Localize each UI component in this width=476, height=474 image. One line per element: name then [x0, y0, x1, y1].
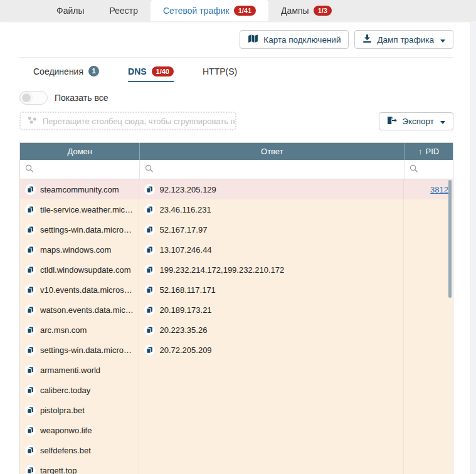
subtab-badge: 1/40 [152, 66, 174, 76]
copy-icon[interactable] [25, 265, 36, 275]
copy-icon[interactable] [25, 365, 36, 376]
answer-text: 52.168.117.171 [159, 285, 215, 295]
tab-label: Сетевой трафик [163, 6, 230, 16]
connection-map-button[interactable]: Карта подключений [240, 30, 349, 49]
copy-icon[interactable] [25, 305, 36, 315]
table-row[interactable]: settings-win.data.micro…52.167.17.97 [20, 219, 453, 240]
tab-network-traffic[interactable]: Сетевой трафик1/41 [151, 0, 268, 21]
copy-icon[interactable] [25, 385, 36, 396]
actions-row: Карта подключений Дамп трафика [19, 21, 453, 58]
page-scrollbar-track[interactable] [470, 23, 476, 474]
answer-cell: 52.168.117.171 [139, 280, 404, 300]
domain-cell: watson.events.data.mic… [20, 300, 139, 320]
answer-text: 23.46.116.231 [159, 205, 211, 214]
subtab-label: DNS [128, 66, 147, 76]
column-header-domain[interactable]: Домен [20, 143, 139, 160]
copy-icon[interactable] [25, 245, 36, 255]
filter-domain-input[interactable] [20, 160, 139, 179]
main-tabs: ФайлыРеестрСетевой трафик1/41Дампы1/3 [0, 0, 476, 21]
filter-pid-input[interactable] [404, 160, 453, 179]
copy-icon[interactable] [25, 224, 36, 235]
copy-icon[interactable] [25, 345, 36, 356]
answer-cell: 20.223.35.26 [139, 320, 404, 340]
copy-icon[interactable] [144, 305, 155, 315]
tab-dumps[interactable]: Дампы1/3 [268, 0, 344, 21]
group-dropzone[interactable]: Перетащите столбец сюда, чтобы сгруппиро… [19, 112, 236, 130]
answer-text: 52.167.17.97 [159, 225, 207, 234]
domain-cell: arc.msn.com [20, 320, 139, 340]
subtab-connections[interactable]: Соединения1 [33, 66, 99, 82]
copy-icon[interactable] [144, 265, 155, 275]
answer-text: 20.189.173.21 [159, 305, 211, 315]
domain-cell: steamcommunity.com [20, 179, 139, 199]
domain-cell: ctldl.windowsupdate.com [20, 260, 139, 280]
domain-cell: selfdefens.bet [20, 440, 139, 460]
answer-cell [139, 360, 404, 380]
domain-cell: settings-win.data.micro… [20, 340, 139, 360]
table-row[interactable]: weaponwo.life [20, 420, 453, 440]
copy-icon[interactable] [25, 184, 36, 195]
copy-icon[interactable] [25, 285, 36, 295]
table-row[interactable]: tile-service.weather.mic…23.46.116.231 [20, 199, 453, 219]
tab-registry[interactable]: Реестр [97, 0, 151, 21]
table-row[interactable]: caliberc.today [20, 380, 453, 400]
table-row[interactable]: targett.top [20, 460, 453, 474]
table-row[interactable]: v10.events.data.micros…52.168.117.171 [20, 280, 453, 300]
chevron-down-icon [440, 35, 445, 45]
export-button[interactable]: Экспорт [379, 112, 453, 130]
copy-icon[interactable] [25, 445, 36, 456]
pid-link[interactable]: 3812 [430, 185, 448, 194]
show-all-toggle[interactable] [19, 91, 48, 105]
subtab-dns[interactable]: DNS1/40 [128, 66, 174, 82]
domain-cell: pistolpra.bet [20, 400, 139, 420]
traffic-dump-button[interactable]: Дамп трафика [354, 30, 453, 49]
copy-icon[interactable] [25, 204, 36, 215]
domain-text: caliberc.today [40, 386, 90, 395]
table-row[interactable]: ctldl.windowsupdate.com199.232.214.172,1… [20, 260, 453, 280]
filter-answer-input[interactable] [139, 160, 404, 179]
show-all-row: Показать все [19, 91, 453, 105]
download-icon [362, 34, 372, 45]
copy-icon[interactable] [144, 204, 155, 215]
copy-icon[interactable] [144, 224, 155, 235]
table-row[interactable]: armamenti.world [20, 360, 453, 380]
table-row[interactable]: maps.windows.com13.107.246.44 [20, 240, 453, 260]
table-row[interactable]: settings-win.data.micro…20.72.205.209 [20, 340, 453, 360]
answer-cell [139, 460, 404, 474]
traffic-dump-label: Дамп трафика [377, 35, 434, 45]
copy-icon[interactable] [144, 325, 155, 335]
table-row[interactable]: steamcommunity.com92.123.205.1293812 [20, 179, 453, 199]
column-header-answer[interactable]: Ответ [139, 143, 404, 160]
answer-cell: 199.232.214.172,199.232.210.172 [139, 260, 404, 280]
copy-icon[interactable] [25, 325, 36, 335]
table-filter-row [20, 160, 453, 179]
copy-icon[interactable] [25, 405, 36, 416]
copy-icon[interactable] [25, 465, 36, 474]
table-row[interactable]: watson.events.data.mic…20.189.173.21 [20, 300, 453, 320]
export-icon [387, 116, 397, 127]
copy-icon[interactable] [25, 425, 36, 436]
export-label: Экспорт [402, 117, 434, 126]
network-traffic-panel: Карта подключений Дамп трафика Соединени… [0, 21, 453, 474]
app-root: ФайлыРеестрСетевой трафик1/41Дампы1/3 Ка… [0, 0, 476, 474]
table-row[interactable]: selfdefens.bet [20, 440, 453, 460]
table-row[interactable]: pistolpra.bet [20, 400, 453, 420]
answer-cell: 92.123.205.129 [139, 179, 404, 199]
domain-text: selfdefens.bet [40, 446, 91, 455]
domain-text: ctldl.windowsupdate.com [40, 265, 131, 275]
subtab-https[interactable]: HTTP(S) [203, 66, 237, 82]
tab-files[interactable]: Файлы [44, 0, 97, 21]
pid-cell [404, 340, 453, 360]
table-scrollbar-thumb[interactable] [448, 180, 452, 298]
pid-cell [404, 420, 453, 440]
domain-text: weaponwo.life [40, 426, 92, 435]
column-label: PID [426, 147, 440, 156]
column-header-pid[interactable]: ↑PID [404, 143, 453, 160]
subtab-badge: 1 [88, 66, 99, 76]
table-row[interactable]: arc.msn.com20.223.35.26 [20, 320, 453, 340]
copy-icon[interactable] [144, 245, 155, 255]
copy-icon[interactable] [144, 285, 155, 295]
copy-icon[interactable] [144, 345, 155, 356]
pid-cell [404, 320, 453, 340]
copy-icon[interactable] [144, 184, 155, 195]
